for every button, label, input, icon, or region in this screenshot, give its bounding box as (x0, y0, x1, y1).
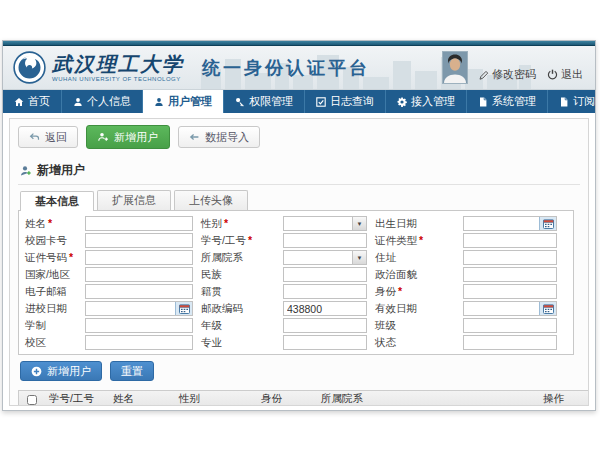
label-enrollment-date: 进校日期 (23, 302, 79, 316)
address-field (463, 250, 557, 265)
user-area: 修改密码 退出 (442, 51, 587, 84)
label-study-length: 学制 (23, 319, 79, 333)
major-field (283, 335, 367, 350)
nav-item-subscription-management[interactable]: 订阅管理 (548, 90, 595, 113)
university-logo (13, 51, 46, 84)
enrollment-date-calendar-icon[interactable] (175, 302, 192, 315)
submit-add-user-label: 新增用户 (47, 364, 91, 379)
ethnicity-input[interactable] (284, 268, 366, 281)
toolbar: 返回 新增用户 数据导入 (18, 125, 580, 149)
campus-input[interactable] (86, 336, 192, 349)
column-header-operation: 操作 (539, 392, 589, 406)
user-table: 学号/工号姓名性别身份所属院系操作 (18, 390, 589, 406)
id-type-field (463, 233, 557, 248)
label-postal-code: 邮政编码 (199, 302, 277, 316)
country-region-field (85, 267, 193, 282)
tab-upload-avatar[interactable]: 上传头像 (174, 190, 248, 210)
label-status: 状态 (373, 336, 457, 350)
gender-dropdown-arrow-icon[interactable]: ▼ (352, 217, 366, 230)
nav-item-log-query[interactable]: 日志查询 (305, 90, 386, 113)
label-valid-date: 有效日期 (373, 302, 457, 316)
political-status-field (463, 267, 557, 282)
department-field: ▼ (283, 250, 367, 265)
postal-code-field (283, 301, 367, 316)
nav-item-home[interactable]: 首页 (3, 90, 62, 113)
class-input[interactable] (464, 319, 556, 332)
app-window: 武汉理工大学 WUHAN UNIVERSITY OF TECHNOLOGY 统一… (2, 40, 596, 411)
page-icon (478, 97, 488, 107)
data-import-label: 数据导入 (205, 130, 249, 145)
back-label: 返回 (45, 130, 67, 145)
department-input[interactable] (284, 251, 352, 264)
submit-add-user-button[interactable]: 新增用户 (20, 361, 102, 381)
campus-card-no-input[interactable] (86, 234, 192, 247)
birth-date-input[interactable] (464, 217, 539, 230)
name-input[interactable] (86, 217, 192, 230)
label-name: 姓名* (23, 217, 79, 231)
user-manage-icon (154, 97, 164, 107)
grade-field (283, 318, 367, 333)
department-dropdown-arrow-icon[interactable]: ▼ (352, 251, 366, 264)
student-id-input[interactable] (284, 234, 366, 247)
section-header: 新增用户 (18, 162, 580, 185)
nav-label-system-management: 系统管理 (492, 94, 536, 109)
home-icon (14, 97, 24, 107)
id-type-input[interactable] (464, 234, 556, 247)
study-length-input[interactable] (86, 319, 192, 332)
nav-item-user-management[interactable]: 用户管理 (143, 90, 224, 113)
label-gender: 性别* (199, 217, 277, 231)
email-input[interactable] (86, 285, 192, 298)
id-number-input[interactable] (86, 251, 192, 264)
postal-code-input[interactable] (284, 302, 366, 315)
label-class: 班级 (373, 319, 457, 333)
nav-item-access-management[interactable]: 接入管理 (386, 90, 467, 113)
identity-input[interactable] (464, 285, 556, 298)
email-field (85, 284, 193, 299)
campus-card-no-field (85, 233, 193, 248)
status-input[interactable] (464, 336, 556, 349)
valid-date-input[interactable] (464, 302, 539, 315)
nav-label-permission-management: 权限管理 (249, 94, 293, 109)
required-asterisk: * (398, 285, 402, 297)
reset-label: 重置 (121, 364, 143, 379)
native-place-input[interactable] (284, 285, 366, 298)
label-id-type: 证件类型* (373, 234, 457, 248)
app-header: 武汉理工大学 WUHAN UNIVERSITY OF TECHNOLOGY 统一… (3, 46, 595, 90)
required-asterisk: * (48, 217, 52, 229)
gender-input[interactable] (284, 217, 352, 230)
tab-extended-info[interactable]: 扩展信息 (97, 190, 171, 210)
user-avatar[interactable] (442, 51, 468, 84)
major-input[interactable] (284, 336, 366, 349)
select-all-checkbox[interactable] (27, 395, 37, 405)
nav-item-personal-info[interactable]: 个人信息 (62, 90, 143, 113)
university-name-en: WUHAN UNIVERSITY OF TECHNOLOGY (52, 76, 184, 82)
label-ethnicity: 民族 (199, 268, 277, 282)
political-status-input[interactable] (464, 268, 556, 281)
nav-item-system-management[interactable]: 系统管理 (467, 90, 548, 113)
main-nav: 首页个人信息用户管理权限管理日志查询接入管理系统管理订阅管理 (3, 90, 595, 113)
form-actions: 新增用户 重置 (18, 361, 580, 381)
logout-link[interactable]: 退出 (547, 67, 583, 82)
tab-basic-info[interactable]: 基本信息 (20, 191, 94, 211)
add-user-toolbar-button[interactable]: 新增用户 (86, 125, 170, 149)
address-input[interactable] (464, 251, 556, 264)
new-user-section-icon (20, 165, 32, 177)
platform-title: 统一身份认证平台 (202, 56, 370, 80)
study-length-field (85, 318, 193, 333)
back-button[interactable]: 返回 (18, 126, 78, 148)
enrollment-date-input[interactable] (86, 302, 175, 315)
birth-date-calendar-icon[interactable] (539, 217, 556, 230)
content-area: 返回 新增用户 数据导入 新增用户 基本信息扩展信息上传头像 姓名*性别*▼出生… (9, 118, 589, 406)
student-id-field (283, 233, 367, 248)
required-asterisk: * (224, 217, 228, 229)
country-region-input[interactable] (86, 268, 192, 281)
university-name-block: 武汉理工大学 WUHAN UNIVERSITY OF TECHNOLOGY (52, 54, 184, 82)
grade-input[interactable] (284, 319, 366, 332)
data-import-button[interactable]: 数据导入 (178, 126, 260, 148)
nav-item-permission-management[interactable]: 权限管理 (224, 90, 305, 113)
nav-label-home: 首页 (28, 94, 50, 109)
label-id-number: 证件号码* (23, 251, 79, 265)
reset-button[interactable]: 重置 (110, 361, 154, 381)
change-password-link[interactable]: 修改密码 (479, 67, 536, 82)
valid-date-calendar-icon[interactable] (539, 302, 556, 315)
